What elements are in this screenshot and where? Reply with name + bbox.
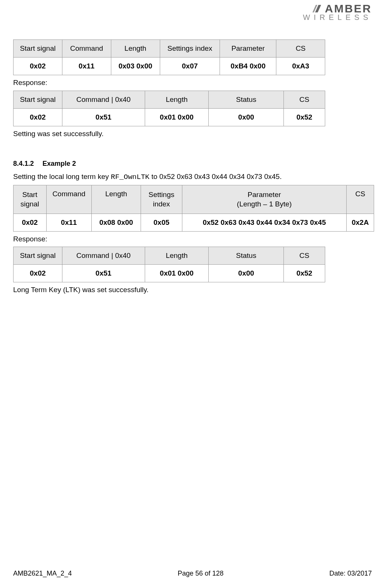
table-header: Settings index [141,185,182,214]
table-header: Length [91,185,141,214]
logo-text-top: AMBER [325,3,372,14]
footer-page-number: Page 56 of 128 [177,570,223,577]
table-cell: 0x07 [160,58,220,75]
table-header: CS [276,40,325,58]
section-heading: 8.4.1.2 Example 2 [13,160,372,168]
table-header: Command [62,40,111,58]
table-response-1: Start signal Command | 0x40 Length Statu… [13,91,325,126]
section-title: Example 2 [42,160,76,167]
table-row: Start signal Command Length Settings ind… [14,185,374,214]
table-response-2: Start signal Command | 0x40 Length Statu… [13,247,325,282]
table-cell: 0x05 [141,214,182,231]
text-success-2: Long Term Key (LTK) was set successfully… [13,285,372,296]
table-row: 0x02 0x11 0x03 0x00 0x07 0xB4 0x00 0xA3 [14,58,325,75]
table-header: Command | 0x40 [62,247,145,265]
table-cell: 0x02 [14,58,62,75]
logo-text-bottom: WIRELESS [302,14,372,21]
table-cell: 0xA3 [276,58,325,75]
table-request-1: Start signal Command Length Settings ind… [13,39,325,75]
logo-icon [311,4,322,13]
table-cell: 0x52 [284,108,325,126]
table-header: Start signal [14,40,62,58]
table-row: 0x02 0x51 0x01 0x00 0x00 0x52 [14,265,325,282]
table-cell: 0x03 0x00 [111,58,160,75]
brand-logo: AMBER WIRELESS [302,3,372,21]
table-cell: 0x02 [14,214,47,231]
table-cell: 0x52 0x63 0x43 0x44 0x34 0x73 0x45 [182,214,347,231]
table-header: Command [46,185,91,214]
table-cell: 0x02 [14,265,62,282]
code-identifier: RF_OwnLTK [111,173,150,181]
table-row: Start signal Command | 0x40 Length Statu… [14,91,325,108]
table-cell: 0x51 [62,108,145,126]
text-response-label: Response: [13,77,372,88]
table-header: Parameter [220,40,276,58]
page-footer: AMB2621_MA_2_4 Page 56 of 128 Date: 03/2… [13,570,372,577]
table-header: Settings index [160,40,220,58]
table-cell: 0x52 [284,265,325,282]
table-cell: 0x00 [209,265,284,282]
table-header: Length [145,91,209,108]
footer-doc-id: AMB2621_MA_2_4 [13,570,72,577]
table-cell: 0x11 [62,58,111,75]
table-header: Start signal [14,185,47,214]
text-setting-intro: Setting the local long term key RF_OwnLT… [13,171,372,183]
table-row: Start signal Command Length Settings ind… [14,40,325,58]
table-cell: 0x51 [62,265,145,282]
table-cell: 0x2A [347,214,374,231]
table-row: 0x02 0x11 0x08 0x00 0x05 0x52 0x63 0x43 … [14,214,374,231]
table-header: Start signal [14,247,62,265]
table-header: Parameter (Length – 1 Byte) [182,185,347,214]
table-row: Start signal Command | 0x40 Length Statu… [14,247,325,265]
table-cell: 0x01 0x00 [145,265,209,282]
table-header: Command | 0x40 [62,91,145,108]
table-cell: 0x11 [46,214,91,231]
table-header: Status [209,91,284,108]
text-success-1: Setting was set successfully. [13,129,372,139]
table-header: CS [347,185,374,214]
table-header: Length [111,40,160,58]
table-cell: 0x01 0x00 [145,108,209,126]
footer-date: Date: 03/2017 [329,570,372,577]
table-header: Length [145,247,209,265]
text-response-label: Response: [13,234,372,245]
table-header: Status [209,247,284,265]
table-request-2: Start signal Command Length Settings ind… [13,185,374,232]
table-cell: 0x08 0x00 [91,214,141,231]
section-number: 8.4.1.2 [13,160,34,167]
table-row: 0x02 0x51 0x01 0x00 0x00 0x52 [14,108,325,126]
table-cell: 0xB4 0x00 [220,58,276,75]
table-cell: 0x00 [209,108,284,126]
table-cell: 0x02 [14,108,62,126]
table-header: CS [284,91,325,108]
table-header: CS [284,247,325,265]
table-header: Start signal [14,91,62,108]
